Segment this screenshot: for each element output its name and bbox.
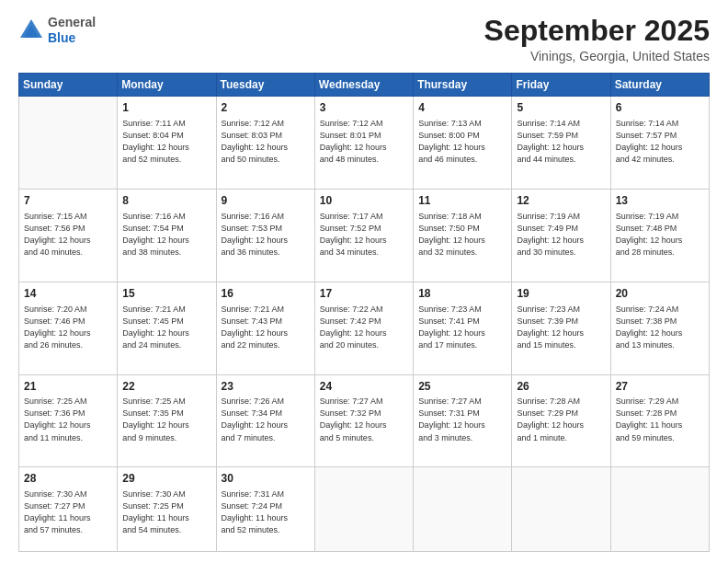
day-info: Sunrise: 7:25 AM Sunset: 7:35 PM Dayligh… bbox=[122, 396, 210, 443]
calendar-table: Sunday Monday Tuesday Wednesday Thursday… bbox=[18, 73, 710, 552]
table-row: 10Sunrise: 7:17 AM Sunset: 7:52 PM Dayli… bbox=[314, 189, 413, 282]
day-info: Sunrise: 7:23 AM Sunset: 7:41 PM Dayligh… bbox=[418, 304, 506, 351]
day-number: 9 bbox=[222, 193, 310, 209]
calendar-header-row: Sunday Monday Tuesday Wednesday Thursday… bbox=[19, 74, 710, 97]
month-title: September 2025 bbox=[484, 15, 710, 47]
day-number: 4 bbox=[418, 100, 506, 116]
day-number: 18 bbox=[418, 286, 506, 302]
day-number: 8 bbox=[122, 193, 210, 209]
logo-text: General Blue bbox=[48, 15, 96, 46]
table-row: 14Sunrise: 7:20 AM Sunset: 7:46 PM Dayli… bbox=[19, 282, 118, 374]
logo-general-text: General bbox=[48, 15, 96, 29]
day-number: 29 bbox=[122, 471, 210, 487]
day-info: Sunrise: 7:27 AM Sunset: 7:31 PM Dayligh… bbox=[418, 396, 506, 443]
table-row: 30Sunrise: 7:31 AM Sunset: 7:24 PM Dayli… bbox=[216, 467, 314, 552]
day-info: Sunrise: 7:11 AM Sunset: 8:04 PM Dayligh… bbox=[122, 118, 210, 166]
day-info: Sunrise: 7:14 AM Sunset: 7:59 PM Dayligh… bbox=[517, 118, 605, 166]
day-info: Sunrise: 7:29 AM Sunset: 7:28 PM Dayligh… bbox=[616, 396, 704, 443]
day-info: Sunrise: 7:24 AM Sunset: 7:38 PM Dayligh… bbox=[616, 304, 704, 351]
day-number: 5 bbox=[517, 100, 605, 116]
page: General Blue September 2025 Vinings, Geo… bbox=[0, 0, 728, 563]
day-number: 21 bbox=[24, 379, 112, 395]
day-info: Sunrise: 7:27 AM Sunset: 7:32 PM Dayligh… bbox=[320, 396, 408, 443]
col-wednesday: Wednesday bbox=[314, 74, 413, 97]
table-row: 8Sunrise: 7:16 AM Sunset: 7:54 PM Daylig… bbox=[118, 189, 216, 282]
table-row: 3Sunrise: 7:12 AM Sunset: 8:01 PM Daylig… bbox=[314, 97, 413, 190]
table-row: 15Sunrise: 7:21 AM Sunset: 7:45 PM Dayli… bbox=[118, 282, 216, 374]
col-tuesday: Tuesday bbox=[216, 74, 314, 97]
day-number: 20 bbox=[616, 286, 704, 302]
day-info: Sunrise: 7:20 AM Sunset: 7:46 PM Dayligh… bbox=[24, 304, 112, 351]
day-number: 28 bbox=[24, 471, 112, 487]
day-info: Sunrise: 7:17 AM Sunset: 7:52 PM Dayligh… bbox=[320, 211, 408, 259]
day-info: Sunrise: 7:28 AM Sunset: 7:29 PM Dayligh… bbox=[517, 396, 605, 443]
day-number: 2 bbox=[222, 100, 310, 116]
day-info: Sunrise: 7:30 AM Sunset: 7:25 PM Dayligh… bbox=[122, 488, 210, 536]
day-info: Sunrise: 7:19 AM Sunset: 7:48 PM Dayligh… bbox=[616, 211, 704, 259]
table-row: 5Sunrise: 7:14 AM Sunset: 7:59 PM Daylig… bbox=[512, 97, 610, 190]
table-row: 23Sunrise: 7:26 AM Sunset: 7:34 PM Dayli… bbox=[216, 374, 314, 467]
table-row: 19Sunrise: 7:23 AM Sunset: 7:39 PM Dayli… bbox=[512, 282, 610, 374]
table-row: 9Sunrise: 7:16 AM Sunset: 7:53 PM Daylig… bbox=[216, 189, 314, 282]
day-info: Sunrise: 7:26 AM Sunset: 7:34 PM Dayligh… bbox=[222, 396, 310, 443]
table-row bbox=[610, 467, 709, 552]
table-row bbox=[414, 467, 512, 552]
day-number: 22 bbox=[122, 379, 210, 395]
day-info: Sunrise: 7:13 AM Sunset: 8:00 PM Dayligh… bbox=[418, 118, 506, 166]
col-thursday: Thursday bbox=[414, 74, 512, 97]
day-number: 27 bbox=[616, 379, 704, 395]
day-info: Sunrise: 7:15 AM Sunset: 7:56 PM Dayligh… bbox=[24, 211, 112, 259]
col-friday: Friday bbox=[512, 74, 610, 97]
table-row: 7Sunrise: 7:15 AM Sunset: 7:56 PM Daylig… bbox=[19, 189, 118, 282]
day-info: Sunrise: 7:16 AM Sunset: 7:53 PM Dayligh… bbox=[222, 211, 310, 259]
day-info: Sunrise: 7:14 AM Sunset: 7:57 PM Dayligh… bbox=[616, 118, 704, 166]
day-number: 30 bbox=[222, 471, 310, 487]
day-number: 15 bbox=[122, 286, 210, 302]
day-number: 26 bbox=[517, 379, 605, 395]
table-row: 12Sunrise: 7:19 AM Sunset: 7:49 PM Dayli… bbox=[512, 189, 610, 282]
day-number: 6 bbox=[616, 100, 704, 116]
table-row bbox=[512, 467, 610, 552]
table-row: 27Sunrise: 7:29 AM Sunset: 7:28 PM Dayli… bbox=[610, 374, 709, 467]
day-number: 7 bbox=[24, 193, 112, 209]
col-saturday: Saturday bbox=[610, 74, 709, 97]
location: Vinings, Georgia, United States bbox=[484, 49, 710, 63]
table-row: 26Sunrise: 7:28 AM Sunset: 7:29 PM Dayli… bbox=[512, 374, 610, 467]
table-row: 17Sunrise: 7:22 AM Sunset: 7:42 PM Dayli… bbox=[314, 282, 413, 374]
day-info: Sunrise: 7:21 AM Sunset: 7:43 PM Dayligh… bbox=[222, 304, 310, 351]
table-row: 16Sunrise: 7:21 AM Sunset: 7:43 PM Dayli… bbox=[216, 282, 314, 374]
table-row bbox=[19, 97, 118, 190]
table-row: 4Sunrise: 7:13 AM Sunset: 8:00 PM Daylig… bbox=[414, 97, 512, 190]
table-row: 1Sunrise: 7:11 AM Sunset: 8:04 PM Daylig… bbox=[118, 97, 216, 190]
table-row: 29Sunrise: 7:30 AM Sunset: 7:25 PM Dayli… bbox=[118, 467, 216, 552]
day-number: 10 bbox=[320, 193, 408, 209]
table-row: 6Sunrise: 7:14 AM Sunset: 7:57 PM Daylig… bbox=[610, 97, 709, 190]
day-info: Sunrise: 7:22 AM Sunset: 7:42 PM Dayligh… bbox=[320, 304, 408, 351]
day-info: Sunrise: 7:30 AM Sunset: 7:27 PM Dayligh… bbox=[24, 488, 112, 536]
day-number: 19 bbox=[517, 286, 605, 302]
day-number: 25 bbox=[418, 379, 506, 395]
logo-icon bbox=[18, 17, 44, 43]
table-row: 22Sunrise: 7:25 AM Sunset: 7:35 PM Dayli… bbox=[118, 374, 216, 467]
day-info: Sunrise: 7:18 AM Sunset: 7:50 PM Dayligh… bbox=[418, 211, 506, 259]
day-number: 24 bbox=[320, 379, 408, 395]
table-row: 20Sunrise: 7:24 AM Sunset: 7:38 PM Dayli… bbox=[610, 282, 709, 374]
day-info: Sunrise: 7:12 AM Sunset: 8:01 PM Dayligh… bbox=[320, 118, 408, 166]
day-info: Sunrise: 7:25 AM Sunset: 7:36 PM Dayligh… bbox=[24, 396, 112, 443]
table-row bbox=[314, 467, 413, 552]
day-number: 14 bbox=[24, 286, 112, 302]
day-number: 1 bbox=[122, 100, 210, 116]
day-info: Sunrise: 7:16 AM Sunset: 7:54 PM Dayligh… bbox=[122, 211, 210, 259]
header: General Blue September 2025 Vinings, Geo… bbox=[18, 15, 710, 63]
day-number: 12 bbox=[517, 193, 605, 209]
table-row: 18Sunrise: 7:23 AM Sunset: 7:41 PM Dayli… bbox=[414, 282, 512, 374]
day-number: 3 bbox=[320, 100, 408, 116]
day-info: Sunrise: 7:19 AM Sunset: 7:49 PM Dayligh… bbox=[517, 211, 605, 259]
day-number: 23 bbox=[222, 379, 310, 395]
day-info: Sunrise: 7:31 AM Sunset: 7:24 PM Dayligh… bbox=[222, 488, 310, 536]
table-row: 28Sunrise: 7:30 AM Sunset: 7:27 PM Dayli… bbox=[19, 467, 118, 552]
col-sunday: Sunday bbox=[19, 74, 118, 97]
day-info: Sunrise: 7:21 AM Sunset: 7:45 PM Dayligh… bbox=[122, 304, 210, 351]
day-number: 17 bbox=[320, 286, 408, 302]
col-monday: Monday bbox=[118, 74, 216, 97]
